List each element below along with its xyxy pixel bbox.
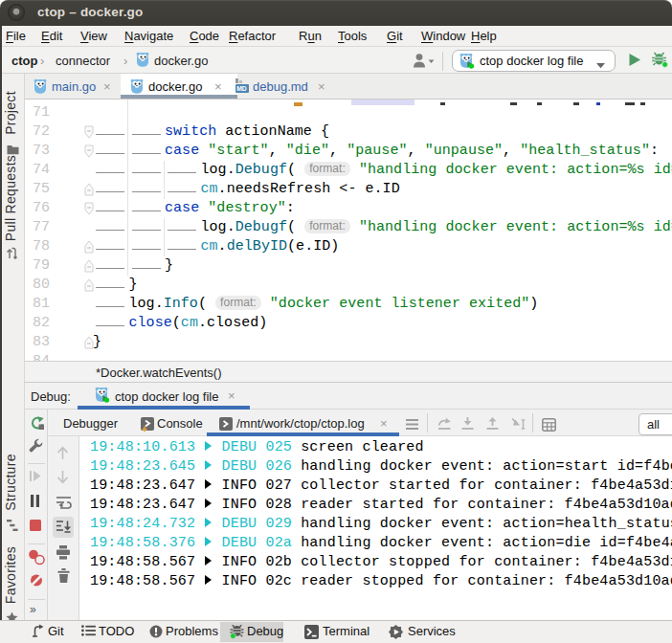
svg-text:MD: MD	[236, 85, 247, 92]
